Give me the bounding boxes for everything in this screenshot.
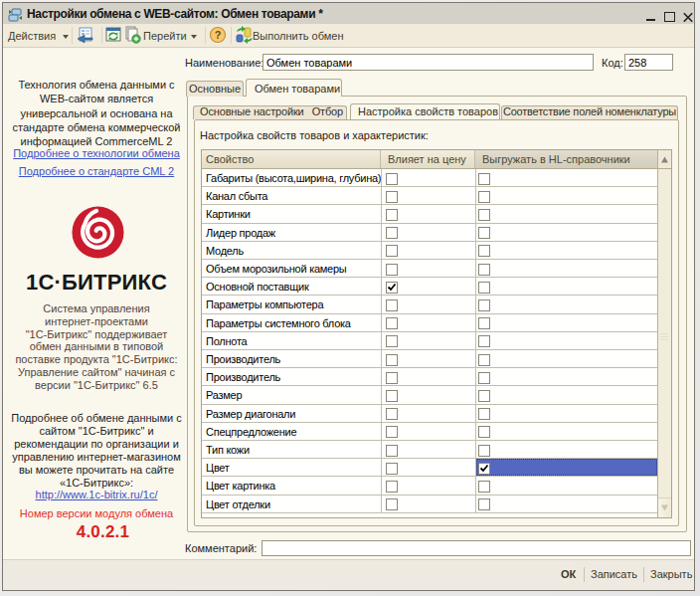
svg-text:?: ? (215, 29, 222, 41)
